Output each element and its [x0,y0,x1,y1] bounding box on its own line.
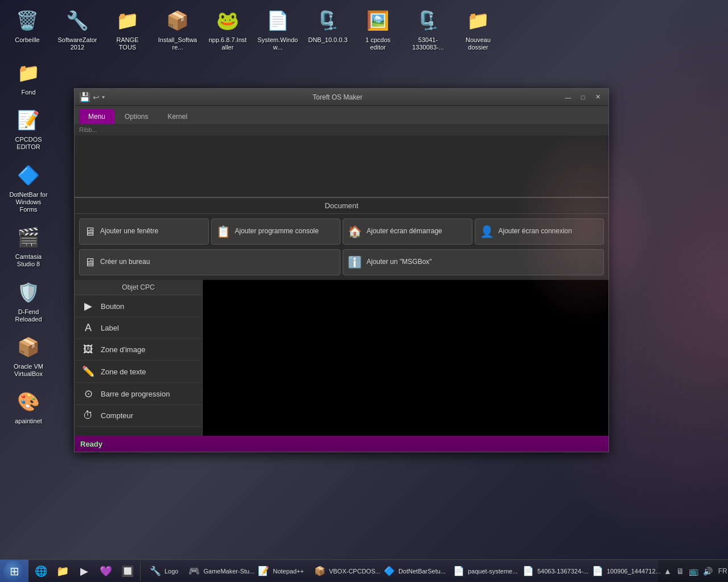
quicklaunch-media[interactable]: ▶ [74,562,94,581]
desktop-icon-apaintinet[interactable]: 🎨 apaintinet [6,386,51,427]
desktop-icon-file_53041[interactable]: 🗜️ 53041-1330083-... [405,5,451,53]
desktop-icon-camtasia[interactable]: 🎬 Camtasia Studio 8 [6,221,51,270]
systray-network[interactable]: 🖥 [675,566,685,577]
doc-btn-create_desktop[interactable]: 🖥 Créer un bureau [79,249,340,275]
taskbar-label-file54063: 54063-1367324-... [537,568,589,575]
minimize-button[interactable]: — [562,92,574,103]
quicklaunch-vs[interactable]: 💜 [96,562,116,581]
taskbar-item-logo[interactable]: 🔧 Logo [145,562,183,581]
quicklaunch-ie[interactable]: 🌐 [31,562,51,581]
desktop-icons-top: 🗑️ Corbeille 🔧 SoftwareZator 2012 📁 RANG… [0,0,728,58]
taskbar-items: 🔧 Logo 🎮 GameMaker-Stu... 📝 Notepad++ 📦 … [143,562,658,581]
doc-btn-add_msgbox[interactable]: ℹ️ Ajouter un "MSGBox" [343,249,604,275]
quick-access-save[interactable]: 💾 [79,92,91,102]
taskbar-item-gamemaker[interactable]: 🎮 GameMaker-Stu... [184,562,252,581]
doc-btn-add_window[interactable]: 🖥 Ajouter une fenêtre [79,218,209,245]
cpc-icon-label: A [81,322,95,334]
taskbar-icon-dotnetbarsetup: 🔷 [384,566,395,576]
cpc-item-label[interactable]: A Label [75,317,202,339]
taskbar-item-paquet[interactable]: 📄 paquet-systeme... [449,562,517,581]
doc-btn-icon-add_startup: 🏠 [348,225,362,238]
systray-arrow[interactable]: ▲ [663,566,673,577]
dropdown-arrow[interactable]: ▾ [102,94,105,100]
systray-volume[interactable]: 🔊 [702,566,714,577]
icon-label-dnb: DNB_10.0.0.3 [308,36,347,44]
doc-btn-add_console[interactable]: 📋 Ajouter programme console [211,218,341,245]
objet-cpc-header: Objet CPC [75,280,202,295]
desktop-icon-nouveau_dossier[interactable]: 📁 Nouveau dossier [455,5,501,53]
icon-img-softwarezator: 🔧 [64,7,91,34]
systray-display[interactable]: 📺 [688,566,700,577]
taskbar-icon-file54063: 📄 [523,566,534,576]
taskbar-icon-file100906: 📄 [592,566,603,576]
icon-label-softwarezator: SoftwareZator 2012 [57,36,98,51]
taskbar-item-vbox[interactable]: 📦 VBOX-CPCDOS... [310,562,378,581]
doc-btn-add_startup[interactable]: 🏠 Ajouter écran démarrage [343,218,472,245]
taskbar-item-dotnetbarsetup[interactable]: 🔷 DotNetBarSetu... [379,562,447,581]
doc-btn-add_login[interactable]: 👤 Ajouter écran connexion [475,218,604,245]
icon-img-fond: 📁 [15,59,42,86]
desktop-icon-npp_installer[interactable]: 🐸 npp.6.8.7.Installer [205,5,250,53]
taskbar-item-file100906[interactable]: 📄 100906_1444712... [587,562,656,581]
cpc-icon-zone_texte: ✏️ [81,365,95,378]
desktop-icon-dfend[interactable]: 🛡️ D-Fend Reloaded [6,276,51,325]
desktop-icon-virtualbox[interactable]: 📦 Oracle VM VirtualBox [6,331,51,380]
doc-btn-icon-add_msgbox: ℹ️ [348,255,362,269]
window-title: Toreft OS Maker [113,93,562,101]
icon-img-system_windows: 📄 [264,7,291,34]
desktop-icon-fond[interactable]: 📁 Fond [6,57,51,98]
icon-img-cpcdos_editor: 🖼️ [364,7,392,34]
icon-label-range_tous: RANGE TOUS [107,36,148,51]
maximize-button[interactable]: □ [577,92,589,103]
desktop-icon-cpcdos_editor[interactable]: 🖼️ 1 cpcdos editor [355,5,401,53]
desktop-icons-left: 📁 Fond 📝 CPCDOS EDITOR 🔷 DotNetBar for W… [6,57,51,427]
cpc-label-zone_texte: Zone de texte [101,368,146,376]
taskbar-label-gamemaker: GameMaker-Stu... [203,568,254,575]
desktop-icon-softwarezator[interactable]: 🔧 SoftwareZator 2012 [55,5,100,53]
taskbar-label-vbox: VBOX-CPCDOS... [329,568,380,575]
desktop-icon-range_tous[interactable]: 📁 RANGE TOUS [105,5,150,53]
desktop-icon-install_software[interactable]: 📦 Install_Software... [155,5,200,53]
taskbar-icon-notepad: 📝 [258,566,269,576]
quicklaunch-folder[interactable]: 📁 [52,562,73,581]
desktop-icon-dotnetbar[interactable]: 🔷 DotNetBar for Windows Forms [6,159,51,216]
cpc-item-zone_image[interactable]: 🖼 Zone d'image [75,339,202,361]
start-button[interactable]: ⊞ [0,560,28,583]
tab-options[interactable]: Options [116,109,157,124]
document-buttons-row2: 🖥 Créer un bureau ℹ️ Ajouter un "MSGBox" [75,249,608,280]
desktop-icon-cpcdos_editor_side[interactable]: 📝 CPCDOS EDITOR [6,104,51,153]
icon-img-nouveau_dossier: 📁 [464,7,492,34]
doc-btn-label-add_login: Ajouter écran connexion [499,227,572,236]
icon-label-install_software: Install_Software... [157,36,198,51]
status-text: Ready [80,440,102,448]
cpc-item-bouton[interactable]: ▶ Bouton [75,295,202,317]
taskbar-label-notepad: Notepad++ [273,568,303,575]
quicklaunch-app2[interactable]: 🔲 [117,562,138,581]
cpc-label-barre_progression: Barre de progression [101,390,170,398]
taskbar-item-file54063[interactable]: 📄 54063-1367324-... [518,562,586,581]
desktop-icon-dnb[interactable]: 🗜️ DNB_10.0.0.3 [305,5,351,46]
language-indicator[interactable]: FR [716,567,728,575]
taskbar-item-notepad[interactable]: 📝 Notepad++ [253,562,308,581]
desktop-icon-system_windows[interactable]: 📄 System.Window... [255,5,301,53]
canvas-area[interactable] [203,280,608,436]
cpc-item-barre_progression[interactable]: ⊙ Barre de progression [75,383,202,405]
doc-btn-icon-add_login: 👤 [480,225,494,238]
icon-label-apaintinet: apaintinet [15,418,42,425]
taskbar: ⊞ 🌐📁▶💜🔲 🔧 Logo 🎮 GameMaker-Stu... 📝 Note… [0,559,728,582]
quick-access-undo[interactable]: ↩ [93,93,100,102]
cpc-item-compteur[interactable]: ⏱ Compteur [75,405,202,427]
desktop-icon-corbeille[interactable]: 🗑️ Corbeille [5,5,50,46]
taskbar-icon-vbox: 📦 [314,566,326,576]
taskbar-icon-gamemaker: 🎮 [188,566,200,576]
doc-btn-icon-add_window: 🖥 [84,225,96,238]
icon-label-camtasia: Camtasia Studio 8 [8,253,49,268]
taskbar-label-dotnetbarsetup: DotNetBarSetu... [398,568,446,575]
cpc-item-zone_texte[interactable]: ✏️ Zone de texte [75,361,202,383]
tab-menu[interactable]: Menu [79,109,114,124]
start-orb: ⊞ [3,560,25,582]
ribbon-label: Ribb... [79,126,97,133]
window-controls: — □ ✕ [562,92,604,103]
close-button[interactable]: ✕ [591,92,604,103]
tab-kernel[interactable]: Kernel [158,109,196,124]
